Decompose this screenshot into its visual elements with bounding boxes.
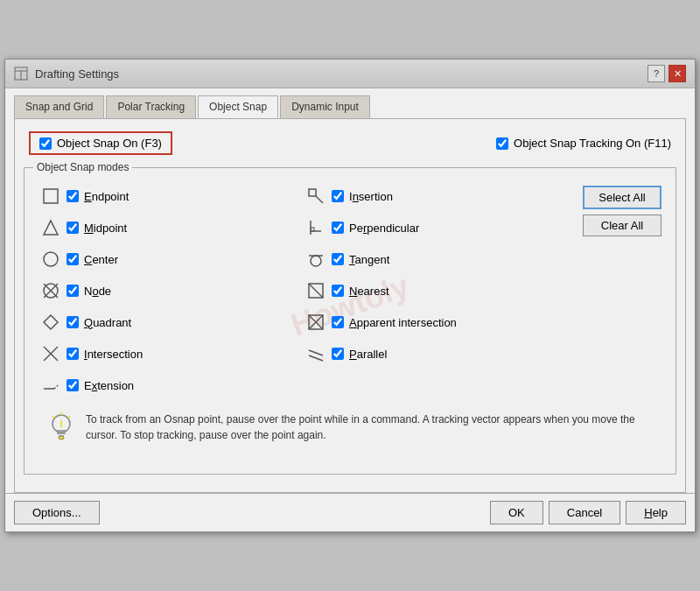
endpoint-label[interactable]: Endpoint: [66, 190, 129, 203]
tab-object-snap[interactable]: Object Snap: [198, 95, 278, 118]
object-snap-tracking-text: Object Snap Tracking On (F11): [514, 137, 671, 150]
svg-marker-9: [44, 315, 58, 329]
dialog-content: Snap and Grid Polar Tracking Object Snap…: [5, 88, 695, 493]
intersection-checkbox[interactable]: [66, 348, 79, 360]
svg-line-26: [309, 350, 323, 355]
midpoint-icon: [40, 217, 61, 238]
tab-snap-and-grid[interactable]: Snap and Grid: [14, 95, 104, 118]
node-label[interactable]: Node: [66, 285, 111, 298]
snap-col-right: Insertion: [304, 182, 569, 399]
tab-polar-tracking[interactable]: Polar Tracking: [106, 95, 196, 118]
insertion-checkbox[interactable]: [332, 190, 344, 202]
snap-on-container: Object Snap On (F3): [29, 131, 172, 155]
center-text: Center: [84, 253, 118, 266]
title-bar-buttons: ? ✕: [648, 65, 686, 82]
svg-point-5: [44, 252, 58, 266]
options-button[interactable]: Options...: [14, 501, 100, 524]
app-icon: [14, 67, 28, 81]
svg-line-13: [54, 385, 58, 389]
svg-point-32: [59, 436, 64, 440]
object-snap-on-text: Object Snap On (F3): [57, 137, 162, 150]
object-snap-panel: Howtoly Object Snap On (F3) Object Snap …: [14, 119, 686, 493]
footer-left: Options...: [14, 501, 100, 524]
quadrant-text: Quadrant: [84, 316, 131, 329]
perpendicular-text: Perpendicular: [349, 222, 419, 235]
intersection-icon: [40, 343, 61, 364]
cancel-button[interactable]: Cancel: [549, 501, 620, 524]
select-all-button[interactable]: Select All: [583, 186, 662, 209]
snap-parallel: Parallel: [304, 340, 569, 368]
node-icon: [40, 280, 61, 301]
snap-modes-grid: Endpoint Midpoint: [38, 182, 662, 399]
tangent-checkbox[interactable]: [332, 253, 344, 265]
parallel-text: Parallel: [349, 348, 387, 361]
insertion-icon: [305, 186, 326, 207]
svg-line-22: [309, 284, 323, 298]
info-text: To track from an Osnap point, pause over…: [86, 412, 653, 443]
object-snap-tracking-checkbox[interactable]: [496, 137, 508, 150]
object-snap-on-checkbox[interactable]: [39, 137, 52, 150]
snap-extension: Extension: [38, 371, 304, 399]
insertion-text: Insertion: [349, 190, 393, 203]
snap-insertion: Insertion: [304, 182, 569, 210]
tab-dynamic-input[interactable]: Dynamic Input: [280, 95, 370, 118]
nearest-icon: [305, 280, 326, 301]
node-text: Node: [84, 285, 111, 298]
title-bar-left: Drafting Settings: [14, 67, 119, 81]
ok-button[interactable]: OK: [490, 501, 543, 524]
midpoint-checkbox[interactable]: [66, 222, 79, 234]
midpoint-text: Midpoint: [84, 222, 127, 235]
center-checkbox[interactable]: [66, 253, 79, 265]
endpoint-checkbox[interactable]: [66, 190, 79, 202]
extension-label[interactable]: Extension: [66, 379, 134, 392]
footer-right: OK Cancel Help: [490, 501, 686, 524]
center-label[interactable]: Center: [66, 253, 118, 266]
parallel-icon: [305, 343, 326, 364]
endpoint-text: Endpoint: [84, 190, 129, 203]
parallel-label[interactable]: Parallel: [332, 348, 387, 361]
snap-apparent-intersection: Apparent intersection: [304, 308, 569, 336]
center-icon: [40, 249, 61, 270]
clear-all-button[interactable]: Clear All: [583, 215, 662, 236]
object-snap-on-label[interactable]: Object Snap On (F3): [39, 137, 162, 150]
intersection-text: Intersection: [84, 348, 143, 361]
snap-perpendicular: Perpendicular: [304, 214, 569, 242]
svg-rect-3: [44, 189, 58, 203]
intersection-label[interactable]: Intersection: [66, 348, 143, 361]
quadrant-label[interactable]: Quadrant: [66, 316, 131, 329]
insertion-label[interactable]: Insertion: [332, 190, 393, 203]
snap-modes-group: Object Snap modes Endpoint: [24, 167, 676, 475]
snap-buttons-col: Select All Clear All: [569, 182, 662, 399]
node-checkbox[interactable]: [66, 285, 79, 297]
window-title: Drafting Settings: [35, 67, 119, 81]
close-button[interactable]: ✕: [668, 65, 686, 82]
quadrant-icon: [40, 312, 61, 333]
help-button[interactable]: Help: [626, 501, 686, 524]
nearest-text: Nearest: [349, 285, 389, 298]
svg-point-19: [311, 256, 321, 266]
tangent-label[interactable]: Tangent: [332, 253, 389, 266]
svg-line-35: [52, 416, 54, 418]
svg-line-15: [316, 196, 323, 203]
apparent-intersection-label[interactable]: Apparent intersection: [332, 316, 457, 329]
endpoint-icon: [40, 186, 61, 207]
nearest-label[interactable]: Nearest: [332, 285, 389, 298]
object-snap-tracking-label[interactable]: Object Snap Tracking On (F11): [496, 137, 671, 150]
snap-quadrant: Quadrant: [38, 308, 304, 336]
dialog-footer: Options... OK Cancel Help: [5, 493, 695, 531]
nearest-checkbox[interactable]: [332, 285, 344, 297]
perpendicular-label[interactable]: Perpendicular: [332, 222, 419, 235]
extension-checkbox[interactable]: [66, 379, 79, 391]
quadrant-checkbox[interactable]: [66, 316, 79, 328]
perpendicular-checkbox[interactable]: [332, 222, 344, 234]
help-title-button[interactable]: ?: [648, 65, 665, 82]
top-checkboxes-row: Object Snap On (F3) Object Snap Tracking…: [24, 128, 676, 158]
parallel-checkbox[interactable]: [332, 348, 344, 360]
midpoint-label[interactable]: Midpoint: [66, 222, 127, 235]
snap-endpoint: Endpoint: [38, 182, 304, 210]
apparent-intersection-checkbox[interactable]: [332, 316, 344, 328]
snap-midpoint: Midpoint: [38, 214, 304, 242]
svg-rect-14: [309, 189, 316, 196]
apparent-intersection-icon: [305, 312, 326, 333]
tangent-text: Tangent: [349, 253, 389, 266]
